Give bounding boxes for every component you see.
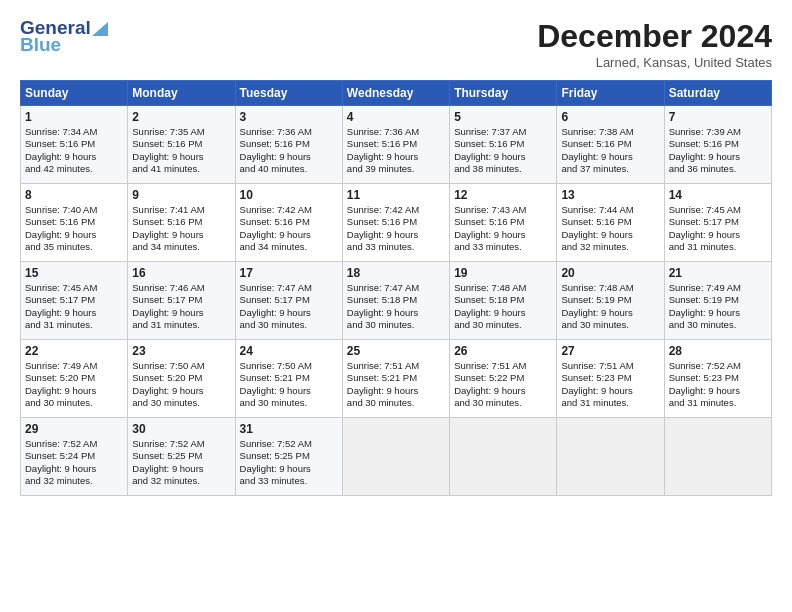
day-info: and 31 minutes. <box>669 241 767 253</box>
day-number: 16 <box>132 266 230 280</box>
table-row: 27Sunrise: 7:51 AMSunset: 5:23 PMDayligh… <box>557 340 664 418</box>
table-row <box>342 418 449 496</box>
day-number: 26 <box>454 344 552 358</box>
table-row: 12Sunrise: 7:43 AMSunset: 5:16 PMDayligh… <box>450 184 557 262</box>
day-info: Sunrise: 7:50 AM <box>132 360 230 372</box>
day-info: Sunrise: 7:36 AM <box>240 126 338 138</box>
table-row <box>557 418 664 496</box>
calendar-week-3: 15Sunrise: 7:45 AMSunset: 5:17 PMDayligh… <box>21 262 772 340</box>
day-info: and 33 minutes. <box>347 241 445 253</box>
day-info: Sunrise: 7:52 AM <box>240 438 338 450</box>
day-info: Daylight: 9 hours <box>25 151 123 163</box>
day-number: 18 <box>347 266 445 280</box>
day-info: Sunset: 5:17 PM <box>25 294 123 306</box>
col-saturday: Saturday <box>664 81 771 106</box>
day-info: Sunset: 5:21 PM <box>347 372 445 384</box>
header: General Blue December 2024 Larned, Kansa… <box>20 18 772 70</box>
day-info: and 34 minutes. <box>240 241 338 253</box>
calendar-week-2: 8Sunrise: 7:40 AMSunset: 5:16 PMDaylight… <box>21 184 772 262</box>
day-info: Daylight: 9 hours <box>669 151 767 163</box>
table-row: 22Sunrise: 7:49 AMSunset: 5:20 PMDayligh… <box>21 340 128 418</box>
day-info: Sunrise: 7:42 AM <box>347 204 445 216</box>
day-info: Sunset: 5:25 PM <box>132 450 230 462</box>
day-info: Sunset: 5:16 PM <box>561 138 659 150</box>
day-info: Daylight: 9 hours <box>561 307 659 319</box>
col-wednesday: Wednesday <box>342 81 449 106</box>
day-info: Sunrise: 7:50 AM <box>240 360 338 372</box>
day-info: Daylight: 9 hours <box>240 151 338 163</box>
day-info: Sunset: 5:18 PM <box>347 294 445 306</box>
logo: General Blue <box>20 18 108 56</box>
table-row <box>450 418 557 496</box>
day-info: Sunset: 5:16 PM <box>132 138 230 150</box>
table-row: 1Sunrise: 7:34 AMSunset: 5:16 PMDaylight… <box>21 106 128 184</box>
col-sunday: Sunday <box>21 81 128 106</box>
day-info: Sunrise: 7:34 AM <box>25 126 123 138</box>
day-info: Daylight: 9 hours <box>347 307 445 319</box>
day-number: 25 <box>347 344 445 358</box>
table-row: 17Sunrise: 7:47 AMSunset: 5:17 PMDayligh… <box>235 262 342 340</box>
day-info: and 31 minutes. <box>25 319 123 331</box>
day-number: 21 <box>669 266 767 280</box>
table-row: 10Sunrise: 7:42 AMSunset: 5:16 PMDayligh… <box>235 184 342 262</box>
calendar-week-5: 29Sunrise: 7:52 AMSunset: 5:24 PMDayligh… <box>21 418 772 496</box>
day-info: Sunset: 5:16 PM <box>347 138 445 150</box>
day-number: 20 <box>561 266 659 280</box>
table-row: 14Sunrise: 7:45 AMSunset: 5:17 PMDayligh… <box>664 184 771 262</box>
day-info: Daylight: 9 hours <box>240 385 338 397</box>
table-row: 30Sunrise: 7:52 AMSunset: 5:25 PMDayligh… <box>128 418 235 496</box>
day-info: Daylight: 9 hours <box>132 229 230 241</box>
table-row: 7Sunrise: 7:39 AMSunset: 5:16 PMDaylight… <box>664 106 771 184</box>
day-number: 17 <box>240 266 338 280</box>
table-row: 8Sunrise: 7:40 AMSunset: 5:16 PMDaylight… <box>21 184 128 262</box>
day-info: Daylight: 9 hours <box>454 385 552 397</box>
day-info: Daylight: 9 hours <box>669 385 767 397</box>
day-info: Sunrise: 7:41 AM <box>132 204 230 216</box>
day-info: Sunset: 5:24 PM <box>25 450 123 462</box>
day-info: Sunset: 5:16 PM <box>240 138 338 150</box>
day-info: Sunrise: 7:45 AM <box>25 282 123 294</box>
table-row: 11Sunrise: 7:42 AMSunset: 5:16 PMDayligh… <box>342 184 449 262</box>
table-row: 15Sunrise: 7:45 AMSunset: 5:17 PMDayligh… <box>21 262 128 340</box>
day-info: Daylight: 9 hours <box>454 307 552 319</box>
calendar-table: Sunday Monday Tuesday Wednesday Thursday… <box>20 80 772 496</box>
day-info: Sunset: 5:19 PM <box>561 294 659 306</box>
day-info: and 30 minutes. <box>240 397 338 409</box>
day-info: Sunrise: 7:46 AM <box>132 282 230 294</box>
day-info: Sunrise: 7:52 AM <box>669 360 767 372</box>
day-info: Sunset: 5:16 PM <box>25 138 123 150</box>
day-info: Sunset: 5:23 PM <box>669 372 767 384</box>
day-number: 10 <box>240 188 338 202</box>
day-info: Sunset: 5:20 PM <box>132 372 230 384</box>
day-number: 19 <box>454 266 552 280</box>
calendar-page: General Blue December 2024 Larned, Kansa… <box>0 0 792 612</box>
table-row: 9Sunrise: 7:41 AMSunset: 5:16 PMDaylight… <box>128 184 235 262</box>
table-row: 2Sunrise: 7:35 AMSunset: 5:16 PMDaylight… <box>128 106 235 184</box>
day-info: Sunset: 5:16 PM <box>454 216 552 228</box>
col-thursday: Thursday <box>450 81 557 106</box>
day-info: Daylight: 9 hours <box>240 463 338 475</box>
day-info: Sunrise: 7:52 AM <box>132 438 230 450</box>
day-info: Sunrise: 7:45 AM <box>669 204 767 216</box>
day-number: 24 <box>240 344 338 358</box>
day-info: and 31 minutes. <box>132 319 230 331</box>
day-info: Sunset: 5:17 PM <box>132 294 230 306</box>
table-row: 24Sunrise: 7:50 AMSunset: 5:21 PMDayligh… <box>235 340 342 418</box>
day-info: Sunrise: 7:38 AM <box>561 126 659 138</box>
col-monday: Monday <box>128 81 235 106</box>
day-info: and 33 minutes. <box>454 241 552 253</box>
day-info: and 40 minutes. <box>240 163 338 175</box>
day-number: 2 <box>132 110 230 124</box>
day-info: and 30 minutes. <box>132 397 230 409</box>
table-row <box>664 418 771 496</box>
day-info: and 34 minutes. <box>132 241 230 253</box>
table-row: 23Sunrise: 7:50 AMSunset: 5:20 PMDayligh… <box>128 340 235 418</box>
day-number: 31 <box>240 422 338 436</box>
table-row: 25Sunrise: 7:51 AMSunset: 5:21 PMDayligh… <box>342 340 449 418</box>
day-number: 28 <box>669 344 767 358</box>
day-info: and 30 minutes. <box>454 319 552 331</box>
day-info: Sunset: 5:19 PM <box>669 294 767 306</box>
day-info: and 36 minutes. <box>669 163 767 175</box>
table-row: 31Sunrise: 7:52 AMSunset: 5:25 PMDayligh… <box>235 418 342 496</box>
day-info: Sunrise: 7:43 AM <box>454 204 552 216</box>
